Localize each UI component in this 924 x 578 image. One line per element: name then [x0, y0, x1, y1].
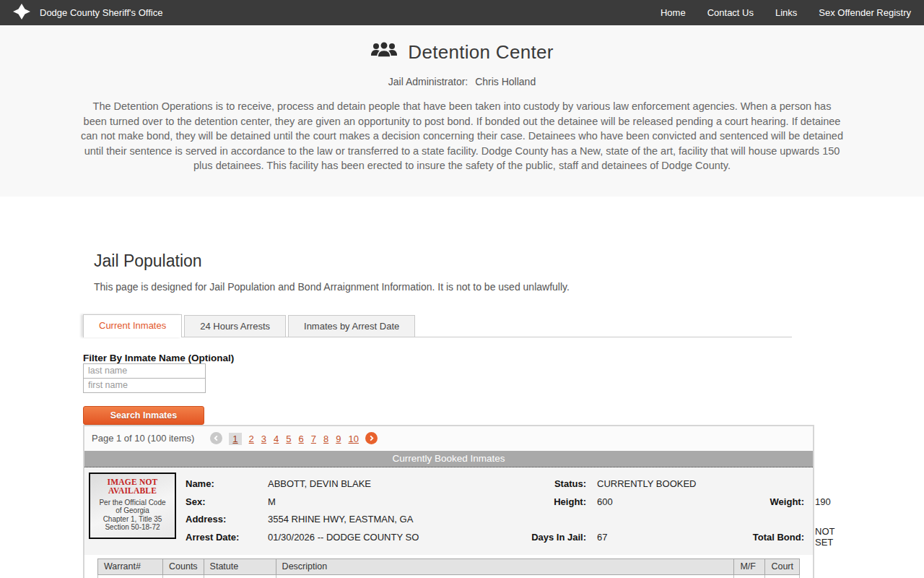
- inmate-weight: 190: [815, 496, 834, 507]
- page-number-2[interactable]: 2: [249, 434, 254, 444]
- charge-cell: 16-10-94: [204, 574, 276, 578]
- sex-label: Sex:: [186, 496, 268, 507]
- page-number-6[interactable]: 6: [299, 434, 304, 444]
- charges-column-counts: Counts: [163, 558, 204, 574]
- address-label: Address:: [186, 514, 268, 525]
- tab-current-inmates[interactable]: Current Inmates: [83, 314, 182, 337]
- nav-link-sex-offender-registry[interactable]: Sex Offender Registry: [819, 7, 911, 18]
- charges-column-description: Description: [276, 558, 734, 574]
- page-title: Detention Center: [408, 41, 553, 64]
- jail-administrator-name: Chris Holland: [475, 76, 536, 87]
- next-page-button[interactable]: [365, 432, 378, 444]
- pagination-summary: Page 1 of 10 (100 items): [92, 433, 194, 444]
- georgia-code-text: Per the Official Codeof GeorgiaChapter 1…: [90, 499, 175, 532]
- charges-column-court: Court: [765, 558, 800, 574]
- nav-link-home[interactable]: Home: [661, 7, 686, 18]
- detention-description: The Detention Operations is to receive, …: [80, 99, 844, 173]
- weight-label: Weight:: [731, 496, 815, 507]
- inmate-total-bond: NOT SET: [815, 526, 834, 548]
- sheriff-badge-icon: [13, 3, 30, 23]
- image-not-available-text: IMAGE NOT AVAILABLE: [90, 478, 175, 495]
- charge-cell: [98, 574, 163, 578]
- charges-column-m-f: M/F: [734, 558, 765, 574]
- page-number-8[interactable]: 8: [323, 434, 328, 444]
- inmate-arrest-date: 01/30/2026 -- DODGE COUNTY SO: [268, 532, 505, 543]
- inmate-status: CURRENTLY BOOKED: [597, 478, 834, 489]
- name-label: Name:: [186, 478, 268, 489]
- previous-page-button[interactable]: [210, 432, 222, 444]
- inmate-record: IMAGE NOT AVAILABLE Per the Official Cod…: [84, 467, 813, 555]
- jail-population-heading: Jail Population: [94, 251, 924, 271]
- inmate-name: ABBOTT, DEVIN BLAKE: [268, 478, 505, 489]
- inmate-height: 600: [597, 496, 731, 507]
- jail-population-subheading: This page is designed for Jail Populatio…: [94, 281, 924, 293]
- charges-column-warrant-: Warrant#: [98, 558, 163, 574]
- total-bond-label: Total Bond:: [731, 532, 815, 543]
- pagination-bar: Page 1 of 10 (100 items) 12345678910: [84, 426, 813, 451]
- tab-inmates-by-arrest-date[interactable]: Inmates by Arrest Date: [288, 315, 415, 337]
- page-number-7[interactable]: 7: [311, 434, 316, 444]
- hero-section: Detention Center Jail Administrator: Chr…: [0, 25, 924, 197]
- last-name-input[interactable]: [83, 363, 206, 379]
- nav-link-contact-us[interactable]: Contact Us: [707, 7, 754, 18]
- search-inmates-button[interactable]: Search Inmates: [83, 406, 204, 425]
- page-number-9[interactable]: 9: [336, 434, 341, 444]
- page-number-10[interactable]: 10: [348, 434, 358, 444]
- inmate-sex: M: [268, 496, 505, 507]
- page-number-3[interactable]: 3: [261, 434, 266, 444]
- nav-links: Home Contact Us Links Sex Offender Regis…: [661, 7, 911, 18]
- status-label: Status:: [505, 478, 597, 489]
- page-number-list: 12345678910: [225, 432, 362, 445]
- detention-center-people-icon: [370, 40, 398, 64]
- height-label: Height:: [505, 496, 597, 507]
- jail-administrator-label: Jail Administrator:: [388, 76, 468, 87]
- filter-label: Filter By Inmate Name (Optional): [83, 353, 924, 363]
- charge-row: 116-10-94TAMPERING WITH EVIDENCE - FELON…: [98, 574, 800, 578]
- brand: Dodge County Sheriff's Office: [13, 3, 162, 23]
- results-container: Page 1 of 10 (100 items) 12345678910 Cur…: [83, 425, 814, 578]
- jail-administrator-line: Jail Administrator: Chris Holland: [0, 76, 924, 87]
- main-content: Jail Population This page is designed fo…: [0, 251, 924, 578]
- inmate-address: 3554 RHINE HWY, EASTMAN, GA: [268, 514, 834, 525]
- top-nav-bar: Dodge County Sheriff's Office Home Conta…: [0, 0, 924, 25]
- inmate-details: Name: ABBOTT, DEVIN BLAKE Status: CURREN…: [186, 475, 834, 546]
- page-number-5[interactable]: 5: [286, 434, 291, 444]
- tab-24-hours-arrests[interactable]: 24 Hours Arrests: [184, 315, 286, 337]
- page-number-4[interactable]: 4: [274, 434, 279, 444]
- charges-table-wrap: Warrant#CountsStatuteDescriptionM/FCourt…: [84, 555, 813, 578]
- charge-cell: [765, 574, 800, 578]
- charges-table: Warrant#CountsStatuteDescriptionM/FCourt…: [97, 558, 800, 578]
- first-name-input[interactable]: [83, 378, 206, 393]
- charge-cell: 1: [163, 574, 204, 578]
- days-in-jail-label: Days In Jail:: [505, 532, 597, 543]
- charge-cell: TAMPERING WITH EVIDENCE - FELONY: [276, 574, 734, 578]
- charges-column-statute: Statute: [204, 558, 276, 574]
- charge-cell: [734, 574, 765, 578]
- arrest-date-label: Arrest Date:: [186, 532, 268, 543]
- inmate-days-in-jail: 67: [597, 532, 731, 543]
- currently-booked-header: Currently Booked Inmates: [84, 451, 813, 467]
- tab-strip: Current Inmates24 Hours ArrestsInmates b…: [83, 314, 792, 337]
- page-number-1[interactable]: 1: [229, 433, 241, 445]
- inmate-photo-placeholder: IMAGE NOT AVAILABLE Per the Official Cod…: [89, 473, 176, 539]
- nav-link-links[interactable]: Links: [775, 7, 797, 18]
- brand-name: Dodge County Sheriff's Office: [40, 7, 162, 18]
